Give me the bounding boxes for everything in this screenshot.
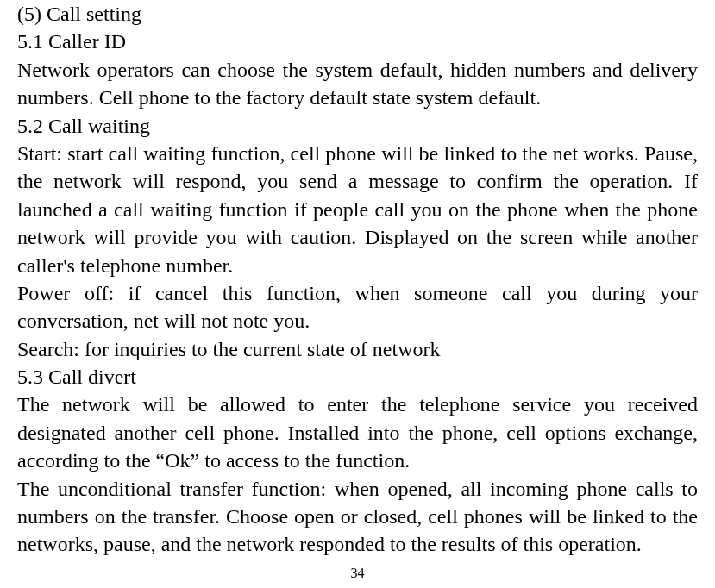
subsection-heading-2: 5.2 Call waiting bbox=[17, 112, 698, 140]
subsection-heading-1: 5.1 Caller ID bbox=[17, 28, 698, 55]
subsection-body-2b: Power off: if cancel this function, when… bbox=[17, 279, 698, 335]
subsection-body-3b: The unconditional transfer function: whe… bbox=[17, 475, 698, 559]
subsection-body-1: Network operators can choose the system … bbox=[17, 56, 698, 112]
subsection-heading-3: 5.3 Call divert bbox=[17, 363, 698, 391]
page-content: (5) Call setting 5.1 Caller ID Network o… bbox=[17, 0, 698, 559]
page-number: 34 bbox=[17, 564, 698, 583]
subsection-body-3a: The network will be allowed to enter the… bbox=[17, 391, 698, 474]
subsection-body-2c: Search: for inquiries to the current sta… bbox=[17, 335, 698, 363]
subsection-body-2a: Start: start call waiting function, cell… bbox=[17, 140, 698, 279]
document-page: (5) Call setting 5.1 Caller ID Network o… bbox=[17, 0, 698, 588]
section-heading: (5) Call setting bbox=[17, 0, 698, 28]
